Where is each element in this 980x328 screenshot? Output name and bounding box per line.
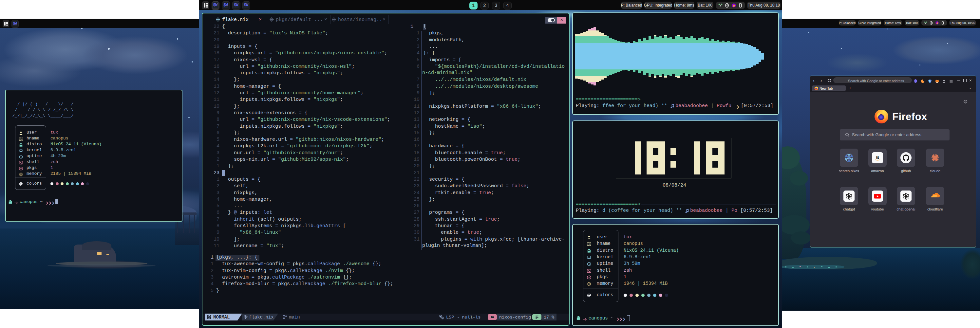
svg-text:a: a bbox=[876, 154, 879, 160]
svg-text:B: B bbox=[929, 80, 931, 82]
